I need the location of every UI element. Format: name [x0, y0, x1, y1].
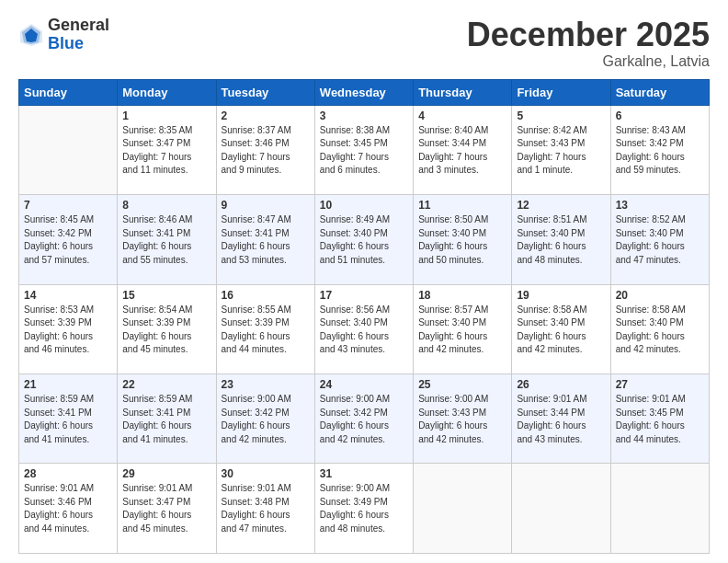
day-number: 27 — [616, 378, 704, 391]
table-row: 9Sunrise: 8:47 AM Sunset: 3:41 PM Daylig… — [216, 195, 314, 284]
day-info: Sunrise: 8:58 AM Sunset: 3:40 PM Dayligh… — [616, 304, 704, 357]
calendar-week-row: 14Sunrise: 8:53 AM Sunset: 3:39 PM Dayli… — [19, 284, 710, 373]
day-info: Sunrise: 8:59 AM Sunset: 3:41 PM Dayligh… — [122, 393, 210, 446]
table-row — [512, 464, 610, 554]
day-number: 6 — [616, 109, 704, 122]
table-row: 14Sunrise: 8:53 AM Sunset: 3:39 PM Dayli… — [19, 284, 118, 373]
month-title: December 2025 — [467, 17, 710, 53]
table-row: 19Sunrise: 8:58 AM Sunset: 3:40 PM Dayli… — [512, 284, 610, 373]
day-number: 25 — [418, 378, 506, 391]
day-number: 30 — [222, 467, 310, 480]
table-row — [610, 464, 709, 554]
col-tuesday: Tuesday — [216, 79, 314, 105]
day-number: 22 — [122, 378, 210, 391]
day-info: Sunrise: 8:37 AM Sunset: 3:46 PM Dayligh… — [222, 124, 310, 178]
table-row: 10Sunrise: 8:49 AM Sunset: 3:40 PM Dayli… — [314, 195, 413, 284]
table-row: 8Sunrise: 8:46 AM Sunset: 3:41 PM Daylig… — [118, 195, 216, 284]
col-thursday: Thursday — [414, 79, 512, 105]
day-info: Sunrise: 9:00 AM Sunset: 3:42 PM Dayligh… — [222, 393, 310, 446]
day-info: Sunrise: 8:47 AM Sunset: 3:41 PM Dayligh… — [222, 213, 310, 267]
table-row: 17Sunrise: 8:56 AM Sunset: 3:40 PM Dayli… — [314, 284, 413, 373]
day-number: 31 — [320, 467, 408, 480]
day-number: 8 — [122, 199, 210, 212]
day-number: 13 — [616, 199, 704, 212]
col-friday: Friday — [512, 79, 610, 105]
table-row: 31Sunrise: 9:00 AM Sunset: 3:49 PM Dayli… — [314, 464, 413, 554]
table-row: 6Sunrise: 8:43 AM Sunset: 3:42 PM Daylig… — [610, 105, 709, 194]
calendar-week-row: 21Sunrise: 8:59 AM Sunset: 3:41 PM Dayli… — [19, 374, 710, 464]
day-number: 24 — [320, 378, 408, 391]
table-row: 4Sunrise: 8:40 AM Sunset: 3:44 PM Daylig… — [414, 105, 512, 194]
day-number: 26 — [517, 378, 605, 391]
day-info: Sunrise: 8:50 AM Sunset: 3:40 PM Dayligh… — [418, 213, 506, 267]
logo-general-text: General — [48, 17, 109, 35]
table-row — [19, 105, 118, 194]
calendar-header-row: Sunday Monday Tuesday Wednesday Thursday… — [19, 79, 710, 105]
day-number: 18 — [418, 289, 506, 302]
table-row: 22Sunrise: 8:59 AM Sunset: 3:41 PM Dayli… — [118, 374, 216, 464]
day-info: Sunrise: 8:54 AM Sunset: 3:39 PM Dayligh… — [122, 304, 210, 357]
table-row: 23Sunrise: 9:00 AM Sunset: 3:42 PM Dayli… — [216, 374, 314, 464]
table-row: 5Sunrise: 8:42 AM Sunset: 3:43 PM Daylig… — [512, 105, 610, 194]
logo: General Blue — [18, 17, 109, 53]
day-number: 9 — [222, 199, 310, 212]
day-number: 15 — [122, 289, 210, 302]
table-row: 27Sunrise: 9:01 AM Sunset: 3:45 PM Dayli… — [610, 374, 709, 464]
day-info: Sunrise: 8:35 AM Sunset: 3:47 PM Dayligh… — [122, 124, 210, 178]
logo-icon — [18, 22, 44, 48]
day-info: Sunrise: 8:58 AM Sunset: 3:40 PM Dayligh… — [517, 304, 605, 357]
day-info: Sunrise: 8:49 AM Sunset: 3:40 PM Dayligh… — [320, 213, 408, 267]
day-number: 21 — [24, 378, 112, 391]
day-number: 23 — [222, 378, 310, 391]
table-row: 30Sunrise: 9:01 AM Sunset: 3:48 PM Dayli… — [216, 464, 314, 554]
col-monday: Monday — [118, 79, 216, 105]
day-number: 1 — [122, 109, 210, 122]
day-number: 7 — [24, 199, 112, 212]
day-number: 10 — [320, 199, 408, 212]
calendar-week-row: 28Sunrise: 9:01 AM Sunset: 3:46 PM Dayli… — [19, 464, 710, 554]
day-info: Sunrise: 9:01 AM Sunset: 3:47 PM Dayligh… — [122, 482, 210, 535]
calendar-week-row: 7Sunrise: 8:45 AM Sunset: 3:42 PM Daylig… — [19, 195, 710, 284]
day-number: 4 — [418, 109, 506, 122]
table-row: 2Sunrise: 8:37 AM Sunset: 3:46 PM Daylig… — [216, 105, 314, 194]
day-number: 12 — [517, 199, 605, 212]
day-info: Sunrise: 8:55 AM Sunset: 3:39 PM Dayligh… — [222, 304, 310, 357]
day-info: Sunrise: 8:52 AM Sunset: 3:40 PM Dayligh… — [616, 213, 704, 267]
day-info: Sunrise: 8:46 AM Sunset: 3:41 PM Dayligh… — [122, 213, 210, 267]
day-info: Sunrise: 9:01 AM Sunset: 3:45 PM Dayligh… — [616, 393, 704, 446]
logo-blue-text: Blue — [48, 35, 109, 53]
day-number: 28 — [24, 467, 112, 480]
calendar-week-row: 1Sunrise: 8:35 AM Sunset: 3:47 PM Daylig… — [19, 105, 710, 194]
title-block: December 2025 Garkalne, Latvia — [467, 17, 710, 70]
day-info: Sunrise: 9:01 AM Sunset: 3:46 PM Dayligh… — [24, 482, 112, 535]
calendar-table: Sunday Monday Tuesday Wednesday Thursday… — [18, 79, 710, 554]
table-row: 18Sunrise: 8:57 AM Sunset: 3:40 PM Dayli… — [414, 284, 512, 373]
day-info: Sunrise: 8:45 AM Sunset: 3:42 PM Dayligh… — [24, 213, 112, 267]
table-row: 1Sunrise: 8:35 AM Sunset: 3:47 PM Daylig… — [118, 105, 216, 194]
day-number: 19 — [517, 289, 605, 302]
col-sunday: Sunday — [19, 79, 118, 105]
day-number: 16 — [222, 289, 310, 302]
day-info: Sunrise: 9:00 AM Sunset: 3:43 PM Dayligh… — [418, 393, 506, 446]
day-number: 17 — [320, 289, 408, 302]
day-info: Sunrise: 8:56 AM Sunset: 3:40 PM Dayligh… — [320, 304, 408, 357]
header: General Blue December 2025 Garkalne, Lat… — [18, 17, 710, 70]
day-number: 14 — [24, 289, 112, 302]
table-row: 15Sunrise: 8:54 AM Sunset: 3:39 PM Dayli… — [118, 284, 216, 373]
day-info: Sunrise: 9:01 AM Sunset: 3:44 PM Dayligh… — [517, 393, 605, 446]
day-number: 20 — [616, 289, 704, 302]
day-number: 2 — [222, 109, 310, 122]
table-row: 3Sunrise: 8:38 AM Sunset: 3:45 PM Daylig… — [314, 105, 413, 194]
day-info: Sunrise: 8:53 AM Sunset: 3:39 PM Dayligh… — [24, 304, 112, 357]
table-row: 11Sunrise: 8:50 AM Sunset: 3:40 PM Dayli… — [414, 195, 512, 284]
location: Garkalne, Latvia — [467, 53, 710, 70]
day-number: 3 — [320, 109, 408, 122]
table-row: 24Sunrise: 9:00 AM Sunset: 3:42 PM Dayli… — [314, 374, 413, 464]
table-row: 12Sunrise: 8:51 AM Sunset: 3:40 PM Dayli… — [512, 195, 610, 284]
table-row: 7Sunrise: 8:45 AM Sunset: 3:42 PM Daylig… — [19, 195, 118, 284]
day-info: Sunrise: 8:40 AM Sunset: 3:44 PM Dayligh… — [418, 124, 506, 178]
day-info: Sunrise: 8:38 AM Sunset: 3:45 PM Dayligh… — [320, 124, 408, 178]
table-row: 21Sunrise: 8:59 AM Sunset: 3:41 PM Dayli… — [19, 374, 118, 464]
day-number: 5 — [517, 109, 605, 122]
table-row: 25Sunrise: 9:00 AM Sunset: 3:43 PM Dayli… — [414, 374, 512, 464]
